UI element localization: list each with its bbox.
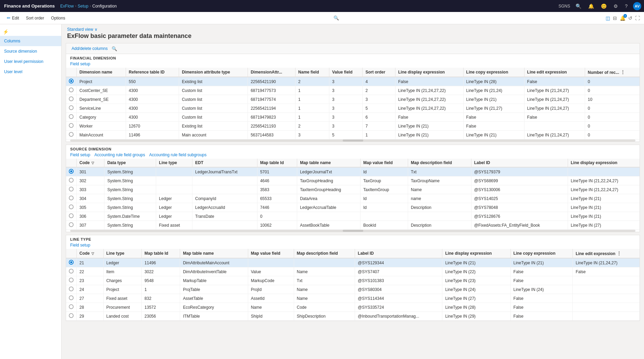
table-row[interactable]: 27 Fixed asset 832 AssetTable AssetId Na…: [66, 294, 640, 303]
sort-order-button[interactable]: Sort order: [23, 14, 47, 22]
lt-col-code[interactable]: Code ▽: [77, 249, 104, 258]
row-radio[interactable]: [66, 303, 77, 312]
table-row[interactable]: MainAccount 11496 Main account 563714458…: [66, 131, 640, 139]
table-row[interactable]: 22 Item 3022 DimAttributeInventTable Val…: [66, 267, 640, 276]
help-icon[interactable]: ?: [623, 3, 629, 10]
row-radio[interactable]: [66, 258, 77, 267]
fd-col-name-field[interactable]: Name field: [295, 68, 329, 77]
table-row[interactable]: 307 System.String Fixed asset 10062 Asse…: [66, 221, 640, 230]
table-row[interactable]: Project 550 Existing list 22565421190 2 …: [66, 77, 640, 86]
lt-col-map-name[interactable]: Map table name: [180, 249, 248, 258]
fd-col-ref-table-id[interactable]: Reference table ID: [126, 68, 179, 77]
row-radio[interactable]: [66, 176, 77, 185]
field-setup-link[interactable]: Field setup: [70, 62, 90, 66]
table-row[interactable]: 301 System.String LedgerJournalTransTxt …: [66, 167, 640, 176]
sidebar-item-columns[interactable]: Columns: [0, 36, 61, 46]
fd-col-dimension-name[interactable]: Dimension name: [77, 68, 126, 77]
table-row[interactable]: 304 System.String Ledger CompanyId 65533…: [66, 194, 640, 203]
fd-col-value-field[interactable]: Value field: [329, 68, 363, 77]
sd-col-data-type[interactable]: Data type: [104, 159, 156, 167]
row-radio[interactable]: [66, 194, 77, 203]
view-icon[interactable]: ◫: [606, 15, 610, 21]
sd-filter-icon[interactable]: ▽: [91, 161, 94, 165]
lt-filter-icon[interactable]: ▽: [91, 252, 94, 255]
edit-button[interactable]: ✏ Edit: [4, 14, 22, 22]
row-radio[interactable]: [66, 294, 77, 303]
lt-col-line-type[interactable]: Line type: [103, 249, 142, 258]
row-radio[interactable]: [66, 113, 77, 122]
fd-scrollbar[interactable]: [70, 139, 635, 142]
sd-col-line-display[interactable]: Line display expression: [568, 159, 640, 167]
sd-scrollbar[interactable]: [70, 230, 635, 232]
user-avatar[interactable]: AV: [633, 2, 641, 10]
table-row[interactable]: Worker 12670 Existing list 22565421193 2…: [66, 122, 640, 131]
split-view-icon[interactable]: ⊟: [613, 15, 617, 21]
line-type-field-setup-link[interactable]: Field setup: [70, 243, 90, 248]
fd-col-more-icon[interactable]: ⋮: [620, 69, 625, 75]
lt-col-line-display[interactable]: Line display expression: [442, 249, 510, 258]
sidebar-item-user-level-permission[interactable]: User level permission: [0, 56, 61, 67]
row-radio[interactable]: [66, 203, 77, 212]
row-radio[interactable]: [66, 167, 77, 176]
row-radio[interactable]: [66, 95, 77, 104]
breadcrumb-exflow[interactable]: ExFlow: [60, 4, 74, 9]
settings-icon[interactable]: ⚙: [612, 3, 619, 10]
notifications-icon[interactable]: 🔔: [587, 3, 595, 10]
fd-col-line-edit[interactable]: Line edit expression: [524, 68, 585, 77]
row-radio[interactable]: [66, 212, 77, 221]
sd-col-label-id[interactable]: Label ID: [471, 159, 568, 167]
notification-badge-icon[interactable]: 🔔3: [620, 15, 626, 21]
sidebar-item-user-level[interactable]: User level: [0, 67, 61, 77]
sd-col-edt[interactable]: EDT: [192, 159, 257, 167]
sd-col-line-type[interactable]: Line type: [156, 159, 192, 167]
row-radio[interactable]: [66, 122, 77, 131]
fd-col-num-rec[interactable]: Number of rec... ⋮: [585, 68, 640, 77]
row-radio[interactable]: [66, 104, 77, 113]
row-radio[interactable]: [66, 77, 77, 86]
table-row[interactable]: 302 System.String 4646 TaxGroupHeading T…: [66, 176, 640, 185]
table-row[interactable]: 23 Charges 9548 MarkupTable MarkupCode T…: [66, 276, 640, 285]
lt-col-label-id[interactable]: Label ID: [355, 249, 442, 258]
table-row[interactable]: CostCenter_SE 4300 Custom list 687194775…: [66, 86, 640, 95]
table-row[interactable]: 305 System.String Ledger LedgerAccrualId…: [66, 203, 640, 212]
search-icon[interactable]: 🔍: [574, 3, 583, 10]
lt-col-line-edit[interactable]: Line edit expression ⋮: [573, 249, 640, 258]
table-row[interactable]: 28 Procurement 13572 EcoResCategory Name…: [66, 303, 640, 312]
lt-col-line-copy[interactable]: Line copy expression: [510, 249, 573, 258]
add-delete-columns-button[interactable]: Add/delete columns: [70, 45, 109, 52]
source-accounting-rule-subgroups-link[interactable]: Accounting rule field subgroups: [149, 152, 206, 157]
source-field-setup-link[interactable]: Field setup: [70, 152, 90, 157]
breadcrumb-setup[interactable]: Setup: [78, 4, 88, 9]
source-accounting-rule-groups-link[interactable]: Accounting rule field groups: [94, 152, 145, 157]
sd-col-map-value[interactable]: Map value field: [361, 159, 408, 167]
table-row[interactable]: Department_SE 4300 Custom list 687194775…: [66, 95, 640, 104]
sd-col-map-desc[interactable]: Map description field: [408, 159, 471, 167]
row-radio[interactable]: [66, 285, 77, 294]
lt-col-map-id[interactable]: Map table Id: [142, 249, 180, 258]
fd-col-line-copy[interactable]: Line copy expression: [463, 68, 524, 77]
lt-col-map-value[interactable]: Map value field: [248, 249, 294, 258]
fd-col-dim-attr-type[interactable]: Dimension attribute type: [179, 68, 248, 77]
table-row[interactable]: 21 Ledger 11496 DimAttributeMainAccount …: [66, 258, 640, 267]
options-button[interactable]: Options: [48, 14, 68, 22]
row-radio[interactable]: [66, 221, 77, 230]
emoji-icon[interactable]: 😊: [599, 3, 608, 10]
row-radio[interactable]: [66, 276, 77, 285]
sd-col-code[interactable]: Code ▽: [77, 159, 104, 167]
lt-col-map-desc[interactable]: Map description field: [294, 249, 355, 258]
lt-more-icon[interactable]: ⋮: [617, 251, 621, 256]
fullscreen-icon[interactable]: ⛶: [635, 15, 640, 21]
fd-col-dim-attr[interactable]: DimensionAttr...: [248, 68, 295, 77]
table-row[interactable]: 24 Project 1 ProjTable ProjId Name @SYS8…: [66, 285, 640, 294]
table-row[interactable]: Category 4300 Custom list 68719479823 1 …: [66, 113, 640, 122]
row-radio[interactable]: [66, 312, 77, 321]
refresh-icon[interactable]: ↺: [628, 15, 632, 21]
view-selector[interactable]: Standard view ∨: [67, 27, 639, 32]
table-row[interactable]: 303 System.String 3583 TaxItemGroupHeadi…: [66, 185, 640, 194]
search-columns-icon[interactable]: 🔍: [112, 46, 117, 51]
sd-col-map-name[interactable]: Map table name: [297, 159, 361, 167]
table-row[interactable]: ServiceLine 4300 Custom list 22565421194…: [66, 104, 640, 113]
table-row[interactable]: 29 Landed cost 23056 ITMTable ShipId Shi…: [66, 312, 640, 321]
row-radio[interactable]: [66, 185, 77, 194]
fd-col-line-display[interactable]: Line display expression: [395, 68, 464, 77]
